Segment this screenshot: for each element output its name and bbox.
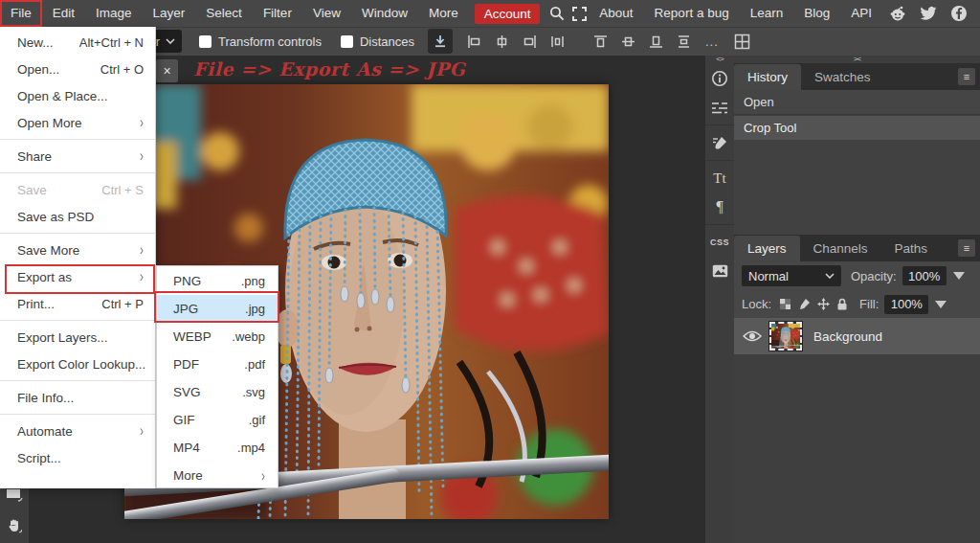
opacity-value[interactable]: 100% (902, 266, 947, 285)
menu-layer[interactable]: Layer (143, 0, 196, 27)
fill-value[interactable]: 100% (884, 295, 928, 314)
panel-collapse-icon[interactable]: <> (705, 56, 734, 64)
file-menu-export-layers[interactable]: Export Layers... (0, 324, 155, 351)
tab-swatches[interactable]: Swatches (801, 64, 884, 90)
menu-edit[interactable]: Edit (42, 0, 85, 27)
link-report-a-bug[interactable]: Report a bug (646, 0, 738, 27)
lock-position-icon[interactable] (817, 298, 830, 310)
export-svg[interactable]: SVG.svg (157, 378, 278, 406)
layers-panel-tabs: Layers Channels Paths ≡ (734, 235, 980, 261)
account-button[interactable]: Account (475, 4, 541, 24)
menu-image[interactable]: Image (85, 0, 143, 27)
file-menu-save-as-psd[interactable]: Save as PSD (0, 203, 155, 230)
file-menu-file-info[interactable]: File Info... (0, 384, 155, 411)
export-download-icon[interactable] (428, 29, 453, 54)
more-align-options[interactable]: ... (705, 34, 719, 49)
menu-filter[interactable]: Filter (253, 0, 302, 27)
distribute-horizontal-icon[interactable] (549, 34, 566, 50)
file-menu-new[interactable]: New...Alt+Ctrl + N (0, 29, 155, 56)
tutorial-annotation-text: File => Export As => JPG (193, 58, 480, 79)
export-jpg[interactable]: JPG.jpg (157, 295, 278, 323)
link-blog[interactable]: Blog (795, 0, 838, 27)
file-menu-open-more[interactable]: Open More› (0, 109, 155, 136)
lock-transparency-icon[interactable] (779, 298, 791, 310)
layer-name: Background (813, 329, 882, 344)
link-learn[interactable]: Learn (742, 0, 792, 27)
align-left-icon[interactable] (466, 34, 482, 50)
history-menu-icon[interactable]: ≡ (958, 68, 975, 85)
layers-menu-icon[interactable]: ≡ (958, 239, 975, 257)
distribute-vertical-icon[interactable] (676, 34, 692, 50)
export-png[interactable]: PNG.png (157, 267, 278, 295)
blend-opacity-row: Normal Opacity: 100% (734, 261, 980, 290)
menu-view[interactable]: View (302, 0, 351, 27)
tab-channels[interactable]: Channels (800, 236, 881, 261)
lock-all-icon[interactable] (836, 298, 848, 310)
right-panels: >< History Swatches ≡ Open Crop Tool Lay… (734, 56, 980, 543)
panel-resize-icon[interactable]: >< (734, 56, 980, 63)
layer-row-background[interactable]: Background (734, 318, 980, 354)
tab-paths[interactable]: Paths (881, 236, 942, 261)
distances-checkbox[interactable] (341, 35, 353, 48)
properties-panel-icon[interactable] (705, 93, 734, 122)
css-panel-icon[interactable]: CSS (705, 228, 734, 257)
search-icon[interactable] (546, 1, 568, 26)
align-middle-vertical-icon[interactable] (620, 34, 636, 50)
arrange-panels-icon[interactable] (734, 34, 750, 50)
tab-history[interactable]: History (734, 64, 801, 90)
transform-controls-label: Transform controls (218, 34, 322, 49)
submenu-arrow-icon: › (140, 147, 144, 165)
history-entry-open[interactable]: Open (734, 90, 980, 115)
file-menu-export-as[interactable]: Export as› (0, 263, 155, 290)
fullscreen-icon[interactable] (568, 1, 590, 26)
align-right-icon[interactable] (522, 34, 538, 50)
export-pdf[interactable]: PDF.pdf (157, 351, 278, 378)
image-panel-icon[interactable] (705, 257, 734, 285)
reddit-icon[interactable] (889, 5, 906, 22)
file-menu-export-color-lookup[interactable]: Export Color Lookup... (0, 351, 155, 377)
align-top-icon[interactable] (592, 34, 609, 50)
twitter-icon[interactable] (920, 5, 937, 22)
link-about[interactable]: About (590, 0, 641, 27)
export-gif[interactable]: GIF.gif (157, 406, 278, 434)
brush-panel-icon[interactable] (705, 128, 734, 157)
zoom-tool-icon[interactable] (0, 534, 29, 543)
export-mp4[interactable]: MP4.mp4 (157, 434, 278, 462)
link-api[interactable]: API (842, 0, 880, 27)
fill-slider-icon[interactable] (935, 301, 947, 308)
menu-file[interactable]: File (0, 0, 42, 27)
blend-mode-dropdown[interactable]: Normal (742, 265, 841, 286)
menu-separator (0, 139, 155, 140)
menu-window[interactable]: Window (351, 0, 418, 27)
align-center-horizontal-icon[interactable] (494, 34, 510, 50)
tab-layers[interactable]: Layers (734, 236, 800, 261)
menu-more[interactable]: More (418, 0, 469, 27)
lock-pixels-icon[interactable] (798, 298, 811, 310)
file-menu-open[interactable]: Open...Ctrl + O (0, 56, 155, 82)
layer-visibility-eye-icon[interactable] (743, 329, 762, 343)
lock-fill-row: Lock: Fill: 100% (734, 290, 980, 318)
document-tab-close-icon[interactable]: × (156, 59, 178, 82)
file-menu-save-more[interactable]: Save More› (0, 237, 155, 263)
export-webp[interactable]: WEBP.webp (157, 323, 278, 351)
menu-select[interactable]: Select (195, 0, 253, 27)
history-panel-tabs: History Swatches ≡ (734, 63, 980, 90)
facebook-icon[interactable] (950, 5, 968, 22)
file-menu-script[interactable]: Script... (0, 444, 155, 471)
opacity-slider-icon[interactable] (953, 272, 965, 280)
opacity-label: Opacity: (851, 269, 897, 283)
file-menu-print[interactable]: Print...Ctrl + P (0, 290, 155, 317)
menu-separator (0, 233, 155, 234)
paragraph-panel-icon[interactable]: ¶ (705, 192, 734, 221)
file-menu-open-and-place[interactable]: Open & Place... (0, 82, 155, 109)
export-more[interactable]: More› (157, 462, 278, 489)
align-bottom-icon[interactable] (648, 34, 664, 50)
history-entry-crop-tool[interactable]: Crop Tool (734, 116, 980, 140)
transform-controls-checkbox[interactable] (199, 35, 212, 48)
character-panel-icon[interactable]: Tt (705, 164, 734, 192)
menu-separator (0, 172, 155, 173)
file-menu-automate[interactable]: Automate› (0, 418, 155, 444)
layer-thumbnail[interactable] (769, 322, 802, 351)
file-menu-share[interactable]: Share› (0, 143, 155, 170)
info-panel-icon[interactable] (705, 64, 734, 93)
